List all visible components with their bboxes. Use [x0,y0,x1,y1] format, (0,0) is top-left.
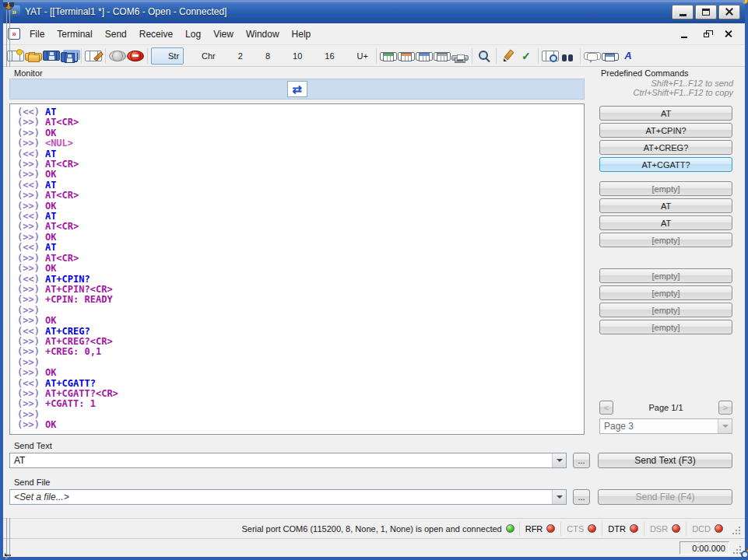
menu-view[interactable]: View [207,25,240,44]
terminal-status-bar: 0:00.000 [3,538,745,557]
predefined-command-8[interactable]: [empty] [599,233,732,247]
previous-page-button[interactable]: < [599,401,613,415]
toolbar-icon [437,53,448,61]
resize-grip[interactable] [731,522,742,536]
open-port-button[interactable] [109,51,126,61]
toolbar-button-label: Str [168,51,179,61]
direction-marker: (>>) [17,191,40,201]
predefined-command-1[interactable]: AT [599,106,732,121]
show-counts-button[interactable] [416,52,433,61]
predefined-command-5[interactable]: [empty] [599,181,732,196]
monitor-line-text: AT+CGATT?<CR> [45,389,118,399]
send-text-button[interactable]: Send Text (F3) [598,453,732,468]
direction-marker: (>>) [17,254,40,264]
signal-led [715,524,723,533]
radix-unicode-button[interactable]: U+ [340,47,373,65]
mdi-minimize-button[interactable] [678,29,690,40]
minimize-icon [681,37,687,38]
title-bar[interactable]: » YAT - [[Terminal1 *] - COM6 - Open - C… [3,0,745,23]
format-settings-button[interactable]: A [620,47,637,65]
next-page-button[interactable]: > [718,401,732,415]
direction-marker: (>>) [17,368,40,378]
predefined-command-12[interactable]: [empty] [599,320,732,334]
menu-window[interactable]: Window [240,25,286,44]
signal-cts[interactable]: CTS [560,522,602,536]
monitor-line-text: AT+CPIN?<CR> [45,285,113,295]
mdi-close-button[interactable] [722,29,734,40]
auto-response-button[interactable] [584,52,601,60]
send-file-drop-button[interactable] [552,490,566,504]
menu-receive[interactable]: Receive [133,25,179,44]
send-text-browse-button[interactable]: ... [573,453,590,468]
terminal-settings-button[interactable] [85,51,102,61]
predefined-command-10[interactable]: [empty] [599,285,732,300]
minimize-button[interactable] [672,5,694,19]
predefined-command-3[interactable]: AT+CREG? [599,140,732,155]
predefined-command-2[interactable]: AT+CPIN? [599,123,732,138]
resize-grip[interactable] [732,541,743,555]
menu-log[interactable]: Log [179,25,207,44]
connect-time-display: 0:00.000 [680,541,729,555]
signal-dcd[interactable]: DCD [686,522,729,536]
menu-file[interactable]: File [23,25,51,44]
send-text-drop-button[interactable] [552,453,566,467]
window-controls [672,5,740,19]
page-select-drop-button[interactable] [718,419,732,433]
save-terminal-button[interactable] [43,51,60,61]
show-radix-button[interactable] [380,52,397,61]
log-on-off-button[interactable] [560,53,577,61]
close-button[interactable] [718,5,740,19]
predefined-command-9[interactable]: [empty] [599,268,732,283]
direction-marker: (<<) [17,212,40,222]
mdi-restore-button[interactable] [700,29,712,40]
terminal-window-icon[interactable]: » [8,28,20,40]
monitor-line-text: AT+CPIN? [45,275,90,285]
find-button[interactable] [476,47,493,65]
close-port-button[interactable] [127,51,144,61]
direction-marker: (>>) [17,389,40,399]
predefined-command-4[interactable]: AT+CGATT? [599,157,732,172]
edit-predefined-button[interactable] [500,47,517,65]
print-monitor-button[interactable] [451,55,469,61]
signal-dtr[interactable]: DTR [602,522,644,536]
direction-marker: (<<) [17,379,40,389]
predefined-command-6[interactable]: AT [599,198,732,213]
direction-marker: (>>) [17,285,40,295]
log-settings-button[interactable] [542,51,559,61]
signal-rfr[interactable]: RFR [519,522,561,536]
predefined-command-7[interactable]: AT [599,215,732,230]
radix-string-button[interactable]: Str [151,47,184,65]
radix-hex-button[interactable]: 16 [307,47,339,65]
toolbar-button-label: 8 [265,51,270,61]
menu-help[interactable]: Help [286,25,318,44]
menu-send[interactable]: Send [99,25,133,44]
monitor-terminal[interactable]: (<<) AT (>>) AT<CR> (>>) OK (>>) <NUL> (… [9,103,585,435]
auto-action-button[interactable]: ✓ [518,47,535,65]
menu-terminal[interactable]: Terminal [51,25,98,44]
radix-char-button[interactable]: Chr [184,47,220,65]
new-terminal-button[interactable] [7,51,24,61]
send-text-input[interactable]: AT [9,453,567,468]
direction-marker: (>>) [17,117,40,128]
direction-marker: (>>) [17,410,40,420]
toolbar-button-label: 10 [293,51,302,61]
monitor-line-text: AT<CR> [45,159,79,170]
maximize-button[interactable] [695,5,717,19]
monitor-options-button[interactable] [434,52,451,61]
radix-binary-button[interactable]: 2 [221,47,248,65]
monitor-line: (>>) OK [17,368,584,378]
monitor-label: Monitor [14,68,43,78]
radix-octal-button[interactable]: 8 [248,47,275,65]
radix-decimal-button[interactable]: 10 [276,47,307,65]
direction-marker: (>>) [17,159,40,170]
save-workspace-button[interactable] [61,52,78,62]
send-file-browse-button[interactable]: ... [573,489,590,505]
predefined-command-11[interactable]: [empty] [599,303,732,317]
send-file-input[interactable]: <Set a file...> [9,489,567,505]
show-timestamp-button[interactable] [398,52,415,61]
page-select[interactable]: Page 3 [599,418,732,434]
open-terminal-button[interactable] [25,53,42,61]
signal-dsr[interactable]: DSR [644,522,686,536]
new-window-button[interactable] [602,53,619,61]
bidir-arrows-glyph: ⇄ [292,82,302,96]
